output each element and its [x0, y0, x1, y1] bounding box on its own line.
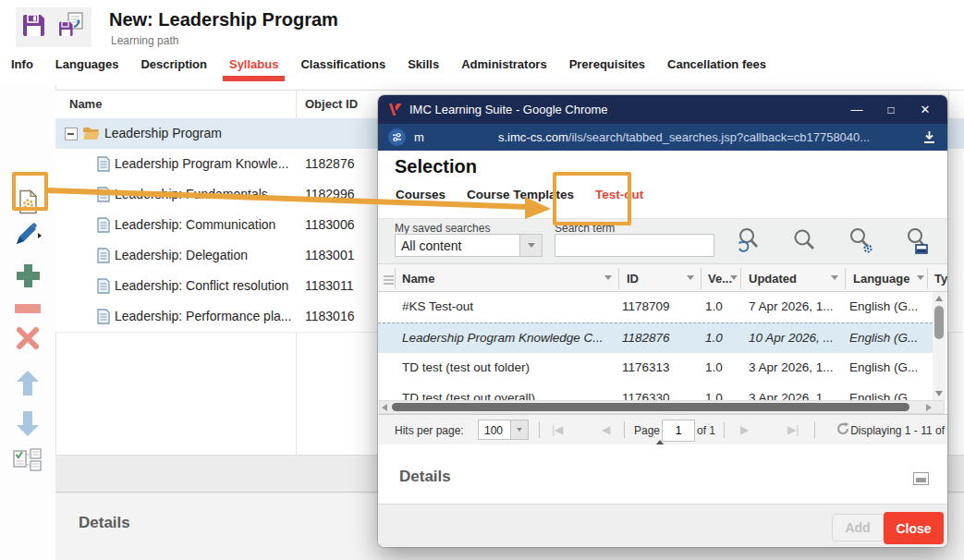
search-results-icon[interactable]	[903, 226, 931, 256]
collapse-icon[interactable]	[65, 128, 78, 140]
cell-updated: 3 Apr 2026, 1...	[749, 360, 841, 374]
scroll-right-icon[interactable]	[926, 404, 932, 411]
tab-test-out[interactable]: Test-out	[595, 188, 643, 218]
column-header-version[interactable]: Ve...	[708, 272, 732, 286]
scroll-down-icon[interactable]	[935, 391, 943, 396]
maximize-button[interactable]: □	[875, 95, 907, 124]
move-down-icon[interactable]	[0, 410, 55, 437]
cell-version: 1.0	[705, 360, 723, 374]
saved-searches-select[interactable]: All content	[395, 234, 543, 257]
column-menu-icon[interactable]	[917, 275, 924, 280]
column-header-language[interactable]: Language	[853, 272, 909, 286]
popup-details-panel: Details	[378, 444, 947, 504]
scroll-left-icon[interactable]	[382, 404, 387, 411]
site-info-icon[interactable]	[388, 128, 406, 146]
tab-info[interactable]: Info	[11, 57, 33, 82]
result-row[interactable]: #KS Test-out 1178709 1.0 7 Apr 2026, 1..…	[378, 292, 933, 323]
column-header-updated[interactable]: Updated	[749, 272, 797, 286]
tab-languages[interactable]: Languages	[55, 57, 119, 82]
tab-syllabus[interactable]: Syllabus	[229, 57, 278, 82]
tab-description[interactable]: Description	[140, 57, 207, 82]
tab-skills[interactable]: Skills	[408, 57, 439, 82]
page-input[interactable]	[662, 420, 695, 442]
tab-courses[interactable]: Courses	[396, 188, 445, 218]
column-menu-icon[interactable]	[730, 275, 738, 280]
column-header-object-id[interactable]: Object ID	[305, 97, 358, 111]
main-details-title: Details	[79, 514, 130, 532]
tab-classifications[interactable]: Classifications	[300, 57, 385, 82]
cell-version: 1.0	[705, 299, 723, 313]
dropdown-arrow-button[interactable]	[519, 235, 542, 256]
popup-tab-bar: Courses Course Templates Test-out	[396, 188, 643, 218]
add-button[interactable]: Add	[832, 514, 884, 542]
url-prefix: m	[414, 130, 424, 144]
url-path: /ils/search/tabbed_searches.jsp?callback…	[568, 130, 870, 144]
first-page-button[interactable]: |◀	[552, 423, 563, 436]
tab-administrators[interactable]: Administrators	[461, 57, 546, 82]
save-transfer-icon[interactable]	[57, 12, 86, 43]
search-settings-icon[interactable]	[847, 226, 874, 256]
hits-per-page-select[interactable]: 100	[478, 420, 529, 440]
search-term-input[interactable]	[555, 234, 714, 257]
move-up-icon[interactable]	[0, 370, 55, 396]
popup-titlebar[interactable]: IMC Learning Suite - Google Chrome — □ ✕	[378, 95, 947, 124]
structure-icon[interactable]	[0, 447, 55, 472]
save-icon[interactable]	[21, 13, 46, 42]
column-menu-icon[interactable]	[831, 275, 838, 280]
row-handle-icon[interactable]	[384, 273, 394, 289]
saved-searches-label: My saved searches	[395, 222, 490, 235]
cell-updated: 3 Apr 2026, 1...	[749, 391, 841, 400]
column-header-id[interactable]: ID	[627, 272, 639, 286]
document-icon	[97, 217, 110, 237]
horizontal-scrollbar[interactable]	[379, 400, 945, 414]
row-name: Leadership: Performance pla...	[115, 309, 291, 323]
dropdown-arrow-button[interactable]	[510, 420, 528, 439]
next-page-button[interactable]: ▶	[740, 423, 749, 436]
cell-language: English (G...	[849, 299, 927, 313]
remove-icon[interactable]	[0, 304, 55, 313]
previous-page-button[interactable]: ◀	[602, 423, 610, 436]
folder-icon	[82, 127, 100, 144]
cell-name: TD test (test out folder)	[402, 360, 610, 374]
tab-cancellation-fees[interactable]: Cancellation fees	[667, 57, 766, 82]
result-row[interactable]: TD test (test out folder) 1176313 1.0 3 …	[378, 353, 933, 384]
vertical-scroll-thumb[interactable]	[934, 306, 944, 339]
close-button[interactable]: Close	[884, 512, 944, 544]
row-name: Leadership: Delegation	[115, 248, 248, 262]
scroll-up-icon[interactable]	[935, 296, 943, 301]
saved-search-icon[interactable]	[734, 226, 762, 256]
column-header-name[interactable]: Name	[402, 272, 434, 286]
add-icon[interactable]	[0, 262, 55, 290]
column-menu-icon[interactable]	[687, 275, 694, 280]
column-header-type[interactable]: Ty	[934, 272, 947, 286]
close-window-button[interactable]: ✕	[909, 95, 941, 124]
horizontal-scroll-thumb[interactable]	[392, 403, 909, 411]
edit-icon[interactable]	[0, 222, 55, 248]
result-row[interactable]: TD test (test out overall) 1176330 1.0 3…	[378, 383, 933, 400]
new-object-icon[interactable]	[0, 189, 55, 214]
tab-prerequisites[interactable]: Prerequisites	[569, 57, 645, 82]
cell-id: 1178709	[622, 299, 670, 313]
result-row-selected[interactable]: Leadership Program Knowledge C... 118287…	[378, 323, 933, 355]
document-icon	[97, 278, 110, 298]
page-title: New: Leadership Program	[109, 9, 338, 30]
refresh-icon[interactable]	[836, 421, 850, 440]
vertical-scrollbar[interactable]	[933, 292, 946, 400]
imc-logo-icon	[387, 103, 403, 120]
cell-id: 1176313	[622, 360, 670, 374]
tab-course-templates[interactable]: Course Templates	[467, 188, 574, 218]
column-header-name[interactable]: Name	[69, 97, 102, 111]
cell-id: 1182876	[622, 331, 670, 345]
search-icon[interactable]	[790, 226, 818, 256]
cell-language: English (G...	[849, 391, 927, 400]
delete-icon[interactable]	[0, 326, 55, 350]
url-text[interactable]: s.imc-cs.com/ils/search/tabbed_searches.…	[498, 130, 870, 144]
main-tab-bar: Info Languages Description Syllabus Clas…	[11, 57, 766, 82]
minimize-panel-icon[interactable]	[913, 472, 929, 485]
last-page-button[interactable]: ▶|	[787, 423, 799, 436]
column-menu-icon[interactable]	[604, 275, 612, 280]
selection-popup-window: IMC Learning Suite - Google Chrome — □ ✕…	[378, 95, 947, 547]
download-icon[interactable]	[921, 129, 937, 149]
minimize-button[interactable]: —	[841, 95, 872, 124]
cell-language: English (G...	[849, 331, 927, 345]
